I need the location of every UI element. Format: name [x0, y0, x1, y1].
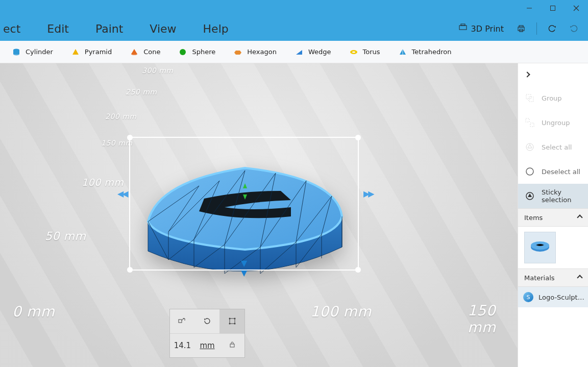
window-minimize-button[interactable]	[518, 0, 541, 16]
ruler-x-150: 150 mm	[468, 302, 518, 336]
shapes-toolbar: CylinderPyramidConeSphereHexagonWedgeTor…	[0, 41, 588, 63]
side-panel-collapse-button[interactable]	[518, 63, 588, 86]
shape-label: Cone	[143, 48, 160, 56]
shape-tetrahedron[interactable]: Tetrahedron	[389, 41, 461, 63]
handle-top-left[interactable]	[127, 135, 133, 140]
side-action-label: Select all	[542, 143, 572, 151]
tetrahedron-icon	[399, 48, 407, 56]
shape-label: Torus	[363, 48, 380, 56]
ruler-z-150: 150 mm	[101, 139, 132, 147]
material-item[interactable]: S Logo-Sculpteo.p...	[518, 287, 588, 307]
svg-point-54	[234, 323, 235, 325]
ruler-z-300: 300 mm	[142, 66, 173, 75]
side-action-label: Group	[542, 94, 562, 102]
3d-print-label: 3D Print	[471, 24, 504, 34]
redo-button[interactable]	[565, 16, 583, 41]
menu-object[interactable]: ect	[0, 22, 34, 35]
selection-bounding-box[interactable]	[129, 137, 359, 271]
menu-bar: ect Edit Paint View Help 3D Print	[0, 16, 588, 41]
svg-rect-59	[530, 123, 534, 127]
shape-label: Sphere	[192, 48, 215, 56]
3d-print-button[interactable]: 3D Print	[454, 16, 509, 41]
svg-point-52	[234, 318, 235, 320]
shape-wedge[interactable]: Wedge	[286, 41, 340, 63]
window-close-button[interactable]	[565, 0, 588, 16]
shape-label: Pyramid	[85, 48, 112, 56]
rotate-mode-button[interactable]	[195, 309, 220, 333]
transform-panel: 14.1 mm	[169, 309, 245, 358]
transform-value[interactable]: 14.1	[170, 341, 195, 350]
materials-section-header[interactable]: Materials	[518, 268, 588, 287]
svg-rect-7	[519, 26, 523, 27]
side-action-label: Deselect all	[542, 168, 580, 176]
svg-rect-49	[179, 320, 182, 323]
shape-sphere[interactable]: Sphere	[169, 41, 225, 63]
svg-point-11	[13, 53, 19, 55]
material-icon: S	[523, 292, 533, 302]
viewport-3d[interactable]: 300 mm 250 mm 200 mm 150 mm 100 mm 50 mm…	[0, 63, 518, 367]
svg-marker-12	[72, 49, 79, 55]
svg-rect-50	[230, 319, 235, 324]
shape-pyramid[interactable]: Pyramid	[62, 41, 121, 63]
shape-label: Wedge	[308, 48, 331, 56]
material-name: Logo-Sculpteo.p...	[538, 293, 585, 301]
handle-bottom-right[interactable]	[355, 267, 361, 273]
undo-button[interactable]	[543, 16, 561, 41]
menu-help[interactable]: Help	[190, 22, 242, 35]
window-maximize-button[interactable]	[541, 0, 565, 16]
svg-point-14	[131, 53, 137, 55]
ruler-z-200: 200 mm	[105, 112, 136, 120]
bottom-drag-arrows-icon[interactable]: ▼▼	[241, 258, 246, 278]
separator	[536, 22, 537, 35]
item-thumbnail[interactable]	[524, 232, 556, 263]
ruler-z-100: 100 mm	[82, 177, 124, 188]
svg-rect-55	[230, 344, 234, 347]
svg-marker-64	[528, 193, 532, 197]
3d-print-icon	[459, 23, 467, 34]
shape-hexagon[interactable]: Hexagon	[225, 41, 286, 63]
svg-rect-58	[526, 118, 529, 122]
svg-point-19	[352, 51, 355, 53]
scale-mode-button[interactable]	[219, 309, 244, 333]
svg-marker-61	[528, 144, 532, 148]
svg-rect-4	[459, 26, 467, 30]
shape-cone[interactable]: Cone	[121, 41, 169, 63]
items-section-header[interactable]: Items	[518, 208, 588, 227]
shape-label: Hexagon	[247, 48, 277, 56]
handle-top-right[interactable]	[355, 135, 361, 140]
sticky-icon	[525, 191, 534, 201]
transform-unit[interactable]: mm	[195, 341, 220, 350]
items-header-label: Items	[524, 214, 543, 222]
wedge-icon	[295, 48, 303, 56]
shape-cylinder[interactable]: Cylinder	[3, 41, 62, 63]
cone-icon	[130, 48, 138, 56]
side-action-label: Ungroup	[542, 119, 570, 127]
side-group: Group	[518, 86, 588, 110]
menu-edit[interactable]: Edit	[34, 22, 82, 35]
svg-marker-17	[296, 50, 302, 55]
sphere-icon	[179, 48, 187, 56]
side-deselect-all[interactable]: Deselect all	[518, 159, 588, 184]
ruler-x-0: 0 mm	[12, 303, 55, 320]
transform-lock-button[interactable]	[219, 341, 244, 350]
hexagon-icon	[234, 48, 242, 56]
chevron-up-icon	[577, 214, 582, 220]
svg-point-51	[229, 318, 230, 320]
side-sticky-selection[interactable]: Sticky selection	[518, 184, 588, 208]
rotate-right-arrows-icon[interactable]: ▶▶	[363, 189, 373, 199]
shape-label: Cylinder	[26, 48, 53, 56]
menu-paint[interactable]: Paint	[82, 22, 136, 35]
rotate-left-arrows-icon[interactable]: ◀◀	[117, 189, 127, 199]
shape-torus[interactable]: Torus	[340, 41, 389, 63]
move-mode-button[interactable]	[170, 309, 195, 333]
print-preview-button[interactable]	[512, 16, 530, 41]
side-action-label: Sticky selection	[542, 188, 588, 204]
chevron-right-icon	[524, 71, 530, 77]
group-icon	[525, 93, 534, 103]
shape-label: Tetrahedron	[412, 48, 452, 56]
ruler-x-100: 100 mm	[310, 303, 372, 320]
menu-view[interactable]: View	[136, 22, 189, 35]
cylinder-icon	[12, 48, 20, 56]
ruler-z-250: 250 mm	[126, 88, 157, 96]
handle-bottom-left[interactable]	[127, 267, 133, 273]
